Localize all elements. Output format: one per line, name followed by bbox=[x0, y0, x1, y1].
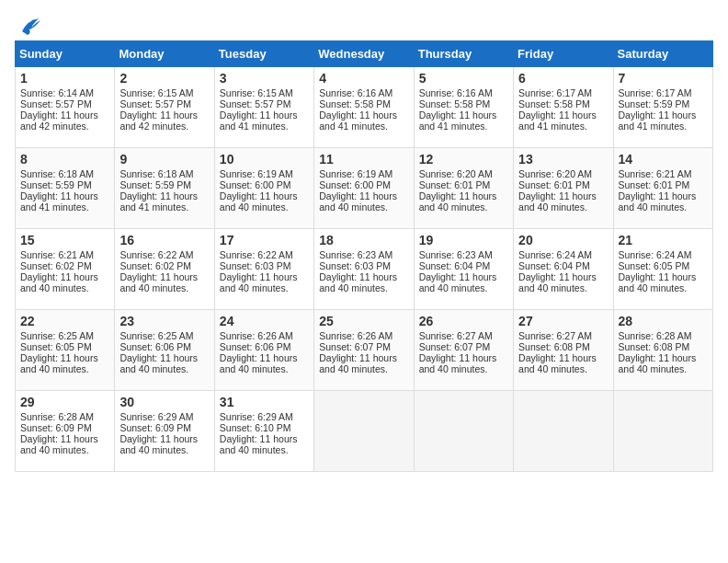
header bbox=[15, 15, 713, 35]
day-info-line: Sunrise: 6:29 AM bbox=[220, 411, 309, 422]
day-info-line: Sunset: 6:04 PM bbox=[419, 260, 508, 271]
day-info-line: Sunset: 6:09 PM bbox=[119, 422, 209, 433]
day-number: 5 bbox=[419, 71, 508, 86]
calendar-cell: 27Sunrise: 6:27 AMSunset: 6:08 PMDayligh… bbox=[514, 310, 613, 391]
day-info-line: Sunrise: 6:23 AM bbox=[319, 249, 408, 260]
day-info-line: Daylight: 11 hours bbox=[20, 190, 109, 201]
day-info-line: Sunset: 5:58 PM bbox=[319, 98, 408, 109]
day-info-line: and 41 minutes. bbox=[119, 201, 209, 213]
day-info-line: Sunrise: 6:20 AM bbox=[518, 168, 608, 179]
day-info-line: and 40 minutes. bbox=[419, 201, 508, 213]
day-number: 1 bbox=[20, 71, 109, 86]
day-info-line: Daylight: 11 hours bbox=[419, 271, 508, 282]
day-info-line: Sunrise: 6:24 AM bbox=[518, 249, 608, 260]
calendar-cell: 1Sunrise: 6:14 AMSunset: 5:57 PMDaylight… bbox=[16, 67, 115, 148]
day-number: 3 bbox=[220, 71, 309, 86]
day-number: 19 bbox=[419, 233, 508, 247]
calendar-cell: 31Sunrise: 6:29 AMSunset: 6:10 PMDayligh… bbox=[214, 391, 313, 472]
day-info-line: and 40 minutes. bbox=[619, 201, 708, 213]
day-info-line: Daylight: 11 hours bbox=[119, 352, 209, 363]
day-info-line: and 40 minutes. bbox=[419, 363, 508, 374]
day-number: 8 bbox=[20, 152, 109, 167]
day-info-line: Sunrise: 6:15 AM bbox=[119, 87, 209, 98]
day-info-line: Sunrise: 6:21 AM bbox=[619, 168, 708, 179]
day-info-line: Daylight: 11 hours bbox=[619, 109, 708, 121]
day-info-line: Daylight: 11 hours bbox=[619, 352, 708, 363]
day-info-line: Daylight: 11 hours bbox=[319, 271, 408, 282]
day-info-line: and 40 minutes. bbox=[319, 201, 408, 213]
day-number: 20 bbox=[518, 233, 608, 247]
day-info-line: Daylight: 11 hours bbox=[220, 433, 309, 444]
calendar-cell: 19Sunrise: 6:23 AMSunset: 6:04 PMDayligh… bbox=[414, 229, 513, 310]
col-header-thursday: Thursday bbox=[414, 41, 513, 67]
day-info-line: and 40 minutes. bbox=[119, 444, 209, 455]
day-number: 30 bbox=[119, 395, 209, 409]
calendar-cell: 18Sunrise: 6:23 AMSunset: 6:03 PMDayligh… bbox=[314, 229, 414, 310]
day-info-line: Sunset: 6:00 PM bbox=[220, 179, 309, 190]
day-info-line: Daylight: 11 hours bbox=[220, 271, 309, 282]
col-header-monday: Monday bbox=[115, 41, 214, 67]
calendar-cell bbox=[314, 391, 414, 472]
week-row-3: 15Sunrise: 6:21 AMSunset: 6:02 PMDayligh… bbox=[16, 229, 713, 310]
day-info-line: Daylight: 11 hours bbox=[119, 271, 209, 282]
day-number: 6 bbox=[518, 71, 608, 86]
week-row-5: 29Sunrise: 6:28 AMSunset: 6:09 PMDayligh… bbox=[16, 391, 713, 472]
day-info-line: Sunrise: 6:27 AM bbox=[518, 330, 608, 341]
day-info-line: Sunrise: 6:16 AM bbox=[319, 87, 408, 98]
day-number: 21 bbox=[619, 233, 708, 247]
day-info-line: Daylight: 11 hours bbox=[619, 190, 708, 201]
calendar-cell: 16Sunrise: 6:22 AMSunset: 6:02 PMDayligh… bbox=[115, 229, 214, 310]
day-info-line: Sunset: 6:03 PM bbox=[319, 260, 408, 271]
calendar-cell: 29Sunrise: 6:28 AMSunset: 6:09 PMDayligh… bbox=[16, 391, 115, 472]
day-info-line: Sunrise: 6:21 AM bbox=[20, 249, 109, 260]
day-info-line: Sunset: 5:57 PM bbox=[20, 98, 109, 109]
day-info-line: and 40 minutes. bbox=[518, 282, 608, 293]
day-info-line: Sunrise: 6:26 AM bbox=[220, 330, 309, 341]
day-number: 27 bbox=[518, 314, 608, 328]
day-number: 13 bbox=[518, 152, 608, 167]
day-info-line: Daylight: 11 hours bbox=[20, 352, 109, 363]
day-info-line: Sunset: 5:58 PM bbox=[419, 98, 508, 109]
calendar-cell: 2Sunrise: 6:15 AMSunset: 5:57 PMDaylight… bbox=[115, 67, 214, 148]
calendar-cell: 24Sunrise: 6:26 AMSunset: 6:06 PMDayligh… bbox=[214, 310, 313, 391]
day-info-line: and 40 minutes. bbox=[220, 201, 309, 213]
day-info-line: Daylight: 11 hours bbox=[619, 271, 708, 282]
calendar-cell: 22Sunrise: 6:25 AMSunset: 6:05 PMDayligh… bbox=[16, 310, 115, 391]
day-info-line: Sunrise: 6:22 AM bbox=[220, 249, 309, 260]
day-info-line: and 41 minutes. bbox=[319, 121, 408, 132]
day-info-line: and 41 minutes. bbox=[20, 201, 109, 213]
day-number: 22 bbox=[20, 314, 109, 328]
col-header-saturday: Saturday bbox=[613, 41, 712, 67]
day-info-line: Sunset: 6:02 PM bbox=[20, 260, 109, 271]
calendar-cell: 3Sunrise: 6:15 AMSunset: 5:57 PMDaylight… bbox=[214, 67, 313, 148]
day-info-line: Sunrise: 6:26 AM bbox=[319, 330, 408, 341]
logo-bird-icon bbox=[15, 15, 40, 35]
day-info-line: Daylight: 11 hours bbox=[419, 109, 508, 121]
day-info-line: Sunrise: 6:27 AM bbox=[419, 330, 508, 341]
day-info-line: and 42 minutes. bbox=[119, 121, 209, 132]
day-number: 25 bbox=[319, 314, 408, 328]
header-row: SundayMondayTuesdayWednesdayThursdayFrid… bbox=[16, 41, 713, 67]
day-info-line: Sunset: 5:57 PM bbox=[119, 98, 209, 109]
day-info-line: Sunset: 6:07 PM bbox=[319, 341, 408, 352]
calendar-cell: 25Sunrise: 6:26 AMSunset: 6:07 PMDayligh… bbox=[314, 310, 414, 391]
calendar-cell: 12Sunrise: 6:20 AMSunset: 6:01 PMDayligh… bbox=[414, 148, 513, 229]
calendar-cell: 11Sunrise: 6:19 AMSunset: 6:00 PMDayligh… bbox=[314, 148, 414, 229]
calendar-cell: 10Sunrise: 6:19 AMSunset: 6:00 PMDayligh… bbox=[214, 148, 313, 229]
calendar-cell: 17Sunrise: 6:22 AMSunset: 6:03 PMDayligh… bbox=[214, 229, 313, 310]
day-number: 7 bbox=[619, 71, 708, 86]
day-number: 17 bbox=[220, 233, 309, 247]
day-info-line: and 40 minutes. bbox=[119, 282, 209, 293]
day-info-line: and 41 minutes. bbox=[518, 121, 608, 132]
calendar-cell: 4Sunrise: 6:16 AMSunset: 5:58 PMDaylight… bbox=[314, 67, 414, 148]
svg-point-0 bbox=[32, 20, 35, 23]
day-number: 29 bbox=[20, 395, 109, 409]
day-number: 24 bbox=[220, 314, 309, 328]
day-info-line: and 42 minutes. bbox=[20, 121, 109, 132]
day-number: 11 bbox=[319, 152, 408, 167]
day-info-line: Sunrise: 6:17 AM bbox=[619, 87, 708, 98]
day-number: 16 bbox=[119, 233, 209, 247]
day-info-line: Sunset: 5:58 PM bbox=[518, 98, 608, 109]
col-header-friday: Friday bbox=[514, 41, 613, 67]
week-row-2: 8Sunrise: 6:18 AMSunset: 5:59 PMDaylight… bbox=[16, 148, 713, 229]
